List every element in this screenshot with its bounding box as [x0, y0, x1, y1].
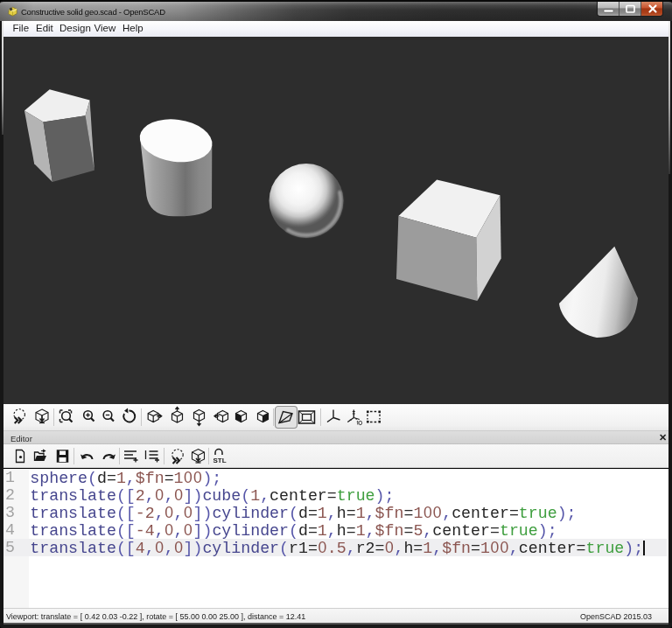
- svg-text:STL: STL: [214, 457, 227, 464]
